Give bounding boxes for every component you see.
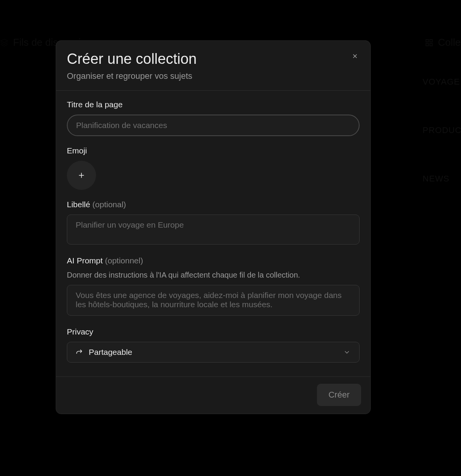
create-collection-modal: Créer une collection Organiser et regrou… (56, 40, 371, 414)
create-button[interactable]: Créer (317, 384, 361, 406)
share-icon (76, 348, 83, 356)
modal-footer: Créer (56, 376, 370, 414)
modal-header: Créer une collection Organiser et regrou… (56, 41, 370, 91)
field-description-label: Libellé (optional) (67, 200, 360, 209)
field-emoji-label: Emoji (67, 146, 360, 155)
description-input[interactable] (67, 215, 360, 245)
modal-title: Créer une collection (67, 51, 360, 67)
field-emoji-group: Emoji (67, 146, 360, 190)
modal-subtitle: Organiser et regrouper vos sujets (67, 71, 360, 81)
field-ai-prompt-group: AI Prompt (optionnel) Donner des instruc… (67, 256, 360, 317)
field-privacy-group: Privacy Partageable (67, 327, 360, 363)
privacy-select[interactable]: Partageable (67, 342, 360, 363)
field-title-group: Titre de la page (67, 100, 360, 136)
privacy-selected-value: Partageable (89, 348, 132, 357)
add-emoji-button[interactable] (67, 161, 96, 190)
ai-prompt-input[interactable] (67, 285, 360, 316)
modal-body: Titre de la page Emoji Libellé (optional… (56, 91, 370, 376)
title-input[interactable] (67, 115, 360, 136)
field-description-group: Libellé (optional) (67, 200, 360, 246)
field-privacy-label: Privacy (67, 327, 360, 336)
plus-icon (77, 171, 86, 180)
field-ai-prompt-helper: Donner des instructions à l'IA qui affec… (67, 271, 360, 280)
chevron-down-icon (343, 348, 351, 356)
close-icon (352, 53, 358, 60)
field-title-label: Titre de la page (67, 100, 360, 109)
close-button[interactable] (348, 49, 362, 63)
field-ai-prompt-label: AI Prompt (optionnel) (67, 256, 360, 265)
